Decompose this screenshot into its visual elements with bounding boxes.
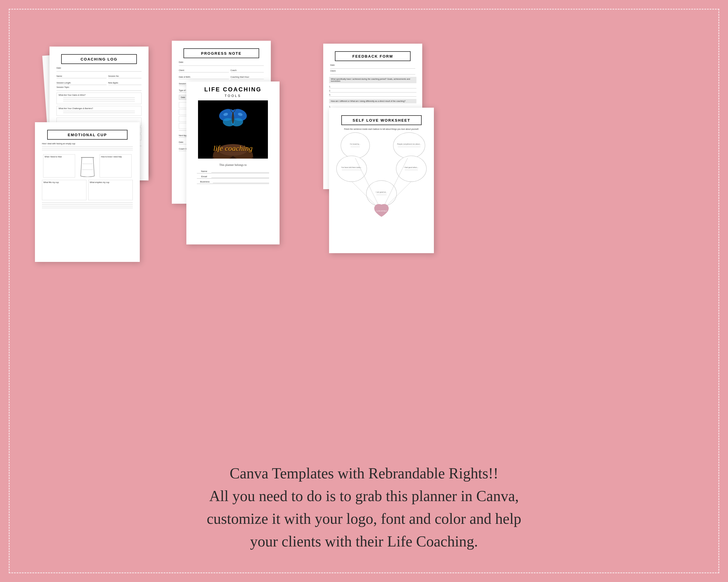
lc-name-label: Name — [197, 170, 211, 172]
progress-note-header: PROGRESS NOTE — [183, 48, 259, 58]
fills-cup-label: What fills my cup — [43, 181, 85, 183]
feedback-form-header: FEEDBACK FORM — [335, 51, 410, 61]
lc-title: LIFE COACHING — [191, 86, 275, 93]
documents-area: COACHING LOG Date: Name: Session No: Ses… — [18, 18, 710, 343]
heart-label: I LOVE MYSELF — [376, 210, 387, 212]
self-love-header: SELF LOVE WORKSHEET — [341, 115, 421, 125]
progress-note-title: PROGRESS NOTE — [201, 51, 241, 56]
self-love-subtitle: Finish the sentence inside each balloon … — [335, 128, 428, 130]
feedback-form-title: FEEDBACK FORM — [353, 54, 393, 58]
butterfly-svg — [218, 106, 248, 130]
balloons-container: I'm loved by... People compliment me abo… — [335, 132, 428, 220]
emotional-cup-doc: EMOTIONAL CUP How I deal with having an … — [35, 122, 140, 262]
empties-cup-label: What empties my cup — [90, 181, 131, 183]
balloon-3: I've have told them today... — [336, 156, 367, 182]
lc-business-label: Business — [197, 181, 213, 183]
feedback-q1: What specifically have I achieved during… — [329, 77, 416, 83]
bottom-line4: your clients with their Life Coaching. — [58, 530, 670, 553]
balloon-2: People compliment me about... — [393, 132, 425, 159]
cup-drawing — [79, 155, 96, 177]
know-need-help-label: How to know I need help — [101, 156, 130, 158]
lc-subtitle: TOOLS — [191, 94, 275, 98]
bottom-line2: All you need to do is to grab this plann… — [58, 485, 670, 507]
bottom-line3: customize it with your logo, font and co… — [58, 507, 670, 530]
emotional-cup-subtitle: How I deal with having an empty cup: — [42, 143, 133, 145]
field-date: Date: — [56, 67, 141, 72]
lc-cover-text: life coaching — [198, 144, 268, 153]
need-hear-label: What I Need to Hear — [45, 156, 74, 158]
bottom-text-section: Canva Templates with Rebrandable Rights!… — [0, 462, 728, 553]
heart-bottom: I LOVE MYSELF — [371, 202, 392, 220]
lc-email-label: Email — [197, 175, 211, 178]
emotional-cup-header: EMOTIONAL CUP — [47, 130, 127, 140]
coaching-log-title: COACHING LOG — [81, 57, 118, 61]
feedback-q2: How am I different or What am I doing di… — [329, 99, 416, 103]
self-love-title: SELF LOVE WORKSHEET — [353, 118, 410, 122]
balloon-1: I'm loved by... — [341, 132, 370, 159]
bottom-line1: Canva Templates with Rebrandable Rights!… — [58, 462, 670, 485]
lc-planner-text: This planner belongs to — [191, 163, 275, 166]
balloon-4: I feel good when... — [396, 156, 426, 182]
coaching-log-header: COACHING LOG — [61, 54, 136, 64]
life-coaching-cover-doc: LIFE COACHING TOOLS — [186, 82, 280, 244]
svg-point-11 — [232, 112, 234, 124]
emotional-cup-title: EMOTIONAL CUP — [68, 133, 107, 137]
self-love-worksheet-doc: SELF LOVE WORKSHEET Finish the sentence … — [329, 108, 434, 253]
lc-cover-image: life coaching — [198, 101, 268, 159]
